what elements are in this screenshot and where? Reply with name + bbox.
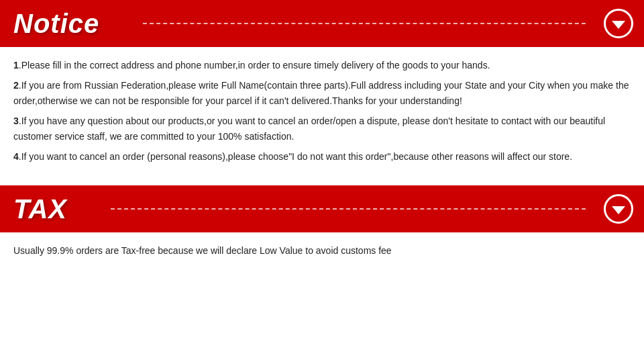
tax-section: TAX Usually 99.9% orders are Tax-free be… — [0, 185, 644, 269]
tax-content: Usually 99.9% orders are Tax-free becaus… — [0, 232, 644, 269]
notice-paragraph-4: 4.If you want to cancel an order (person… — [13, 149, 631, 164]
notice-paragraph-1: 1.Please fill in the correct address and… — [13, 58, 631, 73]
notice-num-2: 2 — [13, 80, 19, 91]
notice-header: Notice — [0, 0, 644, 47]
notice-dashed-line — [143, 23, 586, 24]
notice-paragraph-3: 3.If you have any question about our pro… — [13, 114, 631, 144]
notice-paragraph-2: 2.If you are from Russian Federation,ple… — [13, 78, 631, 108]
chevron-down-icon — [612, 21, 625, 29]
notice-content: 1.Please fill in the correct address and… — [0, 47, 644, 183]
tax-chevron-down-icon — [612, 206, 625, 214]
notice-num-4: 4 — [13, 151, 19, 162]
tax-paragraph: Usually 99.9% orders are Tax-free becaus… — [13, 243, 631, 258]
notice-title: Notice — [13, 9, 99, 39]
tax-dashed-line-area — [104, 208, 596, 210]
notice-num-3: 3 — [13, 116, 19, 126]
tax-header: TAX — [0, 185, 644, 232]
tax-title: TAX — [13, 194, 67, 224]
tax-dashed-line — [111, 208, 586, 210]
dashed-line-area — [136, 23, 596, 24]
diagonal-accent — [103, 0, 136, 47]
notice-chevron-button[interactable] — [604, 9, 633, 38]
notice-section: Notice 1.Please fill in the correct addr… — [0, 0, 644, 183]
tax-diagonal-accent — [70, 185, 104, 232]
tax-chevron-button[interactable] — [604, 194, 633, 224]
notice-num-1: 1 — [13, 60, 19, 71]
